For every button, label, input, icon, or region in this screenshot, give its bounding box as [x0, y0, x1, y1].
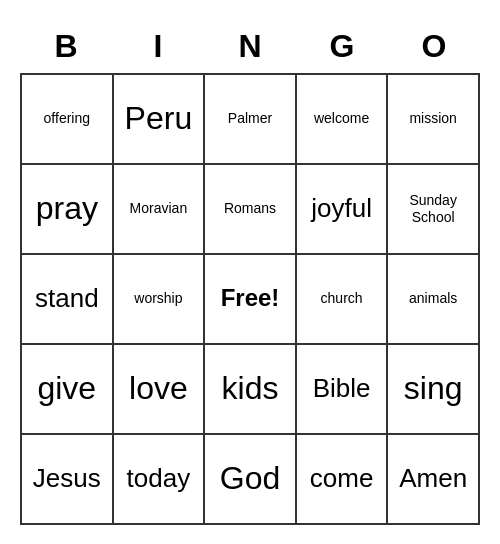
bingo-cell: come: [297, 435, 389, 523]
bingo-cell: Free!: [205, 255, 297, 343]
bingo-cell: give: [22, 345, 114, 433]
bingo-cell: kids: [205, 345, 297, 433]
bingo-cell: pray: [22, 165, 114, 253]
header-letter: B: [20, 20, 112, 73]
bingo-row: standworshipFree!churchanimals: [22, 255, 480, 345]
bingo-cell: sing: [388, 345, 480, 433]
bingo-cell: welcome: [297, 75, 389, 163]
bingo-cell: Sunday School: [388, 165, 480, 253]
bingo-cell: Peru: [114, 75, 206, 163]
bingo-cell: church: [297, 255, 389, 343]
bingo-row: offeringPeruPalmerwelcomemission: [22, 75, 480, 165]
bingo-cell: God: [205, 435, 297, 523]
bingo-cell: joyful: [297, 165, 389, 253]
bingo-grid: offeringPeruPalmerwelcomemissionprayMora…: [20, 73, 480, 525]
header-letter: G: [296, 20, 388, 73]
bingo-cell: mission: [388, 75, 480, 163]
bingo-cell: offering: [22, 75, 114, 163]
header-letter: N: [204, 20, 296, 73]
bingo-cell: stand: [22, 255, 114, 343]
bingo-cell: Moravian: [114, 165, 206, 253]
bingo-row: givelovekidsBiblesing: [22, 345, 480, 435]
bingo-cell: Jesus: [22, 435, 114, 523]
bingo-cell: Romans: [205, 165, 297, 253]
bingo-cell: worship: [114, 255, 206, 343]
header-letter: I: [112, 20, 204, 73]
bingo-card: BINGO offeringPeruPalmerwelcomemissionpr…: [10, 10, 490, 535]
bingo-row: prayMoravianRomansjoyfulSunday School: [22, 165, 480, 255]
bingo-cell: Palmer: [205, 75, 297, 163]
header-letter: O: [388, 20, 480, 73]
bingo-cell: Amen: [388, 435, 480, 523]
bingo-cell: animals: [388, 255, 480, 343]
bingo-cell: Bible: [297, 345, 389, 433]
bingo-cell: today: [114, 435, 206, 523]
bingo-header: BINGO: [20, 20, 480, 73]
bingo-cell: love: [114, 345, 206, 433]
bingo-row: JesustodayGodcomeAmen: [22, 435, 480, 525]
